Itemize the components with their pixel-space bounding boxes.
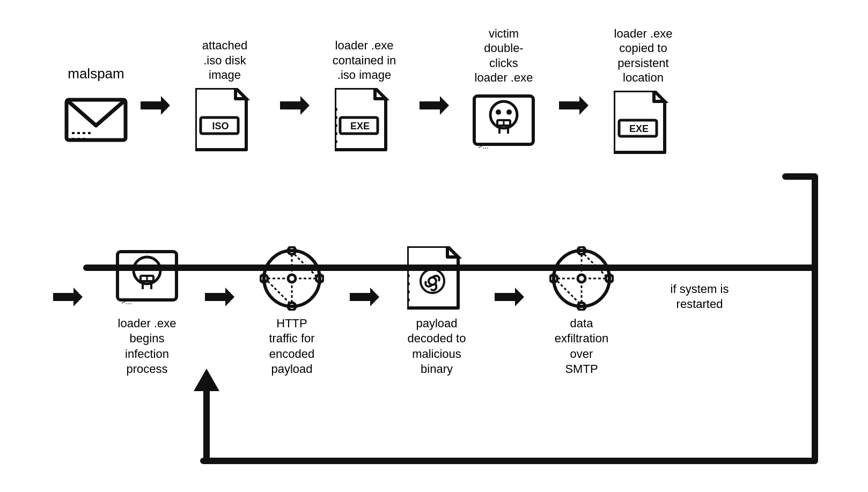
svg-point-69 [578,275,585,282]
svg-text:>...: >... [121,297,132,306]
step-payload-decoded-label: payloaddecoded tomaliciousbinary [408,311,466,377]
step-loader-begins-label: loader .exebeginsinfectionprocess [118,311,176,377]
svg-point-34 [139,265,144,270]
svg-text:EXE: EXE [629,123,649,134]
svg-marker-54 [350,288,379,306]
step-data-exfil-icon [549,246,614,311]
svg-marker-31 [53,288,83,306]
step-http-traffic-label: HTTPtraffic forencodedpayload [269,311,314,377]
svg-line-75 [557,281,579,303]
step-http-traffic-icon [260,246,324,311]
row2: >... loader .exebeginsinfectionprocess [53,246,751,377]
step-http-traffic: HTTPtraffic forencodedpayload [236,246,348,377]
step-malspam-icon [64,88,128,152]
arrow-4 [557,94,590,116]
step-iso-icon: ISO [193,88,257,152]
step-double-clicks: victimdouble-clicksloader .exe [450,26,557,155]
step-exe-contained-label: loader .execontained in.iso image [333,29,396,88]
step-persistent: loader .execopied topersistentlocation E… [590,26,697,155]
svg-text:>...: >... [478,142,489,150]
row2-entry-arrow [53,286,85,307]
step-malspam: malspam [53,29,139,152]
step-payload-decoded-icon [404,246,469,311]
svg-line-52 [295,254,316,276]
step-if-restart-label: if system isrestarted [671,282,729,312]
svg-point-47 [288,275,296,282]
svg-text:EXE: EXE [350,121,370,131]
arrow-6 [348,286,380,307]
step-iso: attached.iso diskimage ISO [171,29,278,152]
step-double-clicks-icon: >... [472,91,536,155]
svg-point-61 [407,290,410,293]
step-if-restart: if system isrestarted [649,282,751,312]
svg-point-64 [554,251,609,306]
step-loader-begins: >... loader .exebeginsinfectionprocess [91,246,203,377]
svg-point-12 [335,108,337,111]
step-double-clicks-label: victimdouble-clicksloader .exe [475,26,533,91]
svg-point-16 [335,140,337,143]
arrow-1 [139,94,171,116]
step-payload-decoded: payloaddecoded tomaliciousbinary [380,246,493,377]
svg-line-74 [584,254,606,276]
attack-flow-diagram: malspam attached.iso diskimage [37,16,831,477]
svg-marker-41 [205,288,234,306]
svg-point-62 [407,298,410,302]
row1: malspam attached.iso diskimage [53,26,697,155]
svg-point-20 [496,109,501,115]
svg-point-15 [335,132,337,135]
svg-point-42 [264,251,320,306]
step-persistent-label: loader .execopied topersistentlocation [614,26,673,91]
svg-point-59 [407,274,410,277]
step-loader-begins-icon: >... [115,246,179,311]
arrow-7 [493,286,525,307]
svg-line-53 [268,281,289,303]
step-data-exfil: dataexfiltrationoverSMTP [525,246,638,377]
svg-point-60 [407,282,410,285]
step-persistent-icon: EXE [611,91,675,155]
arrow-5 [203,286,236,307]
svg-point-35 [150,265,155,270]
arrow-3 [418,94,450,116]
svg-point-14 [335,124,337,127]
svg-marker-27 [559,96,589,115]
step-data-exfil-label: dataexfiltrationoverSMTP [555,311,608,377]
svg-marker-17 [420,96,449,115]
svg-text:ISO: ISO [212,121,229,131]
svg-marker-3 [141,96,170,115]
arrow-2 [278,94,311,116]
svg-point-57 [429,277,436,285]
step-exe-contained-icon: EXE [332,88,396,152]
step-exe-contained: loader .execontained in.iso image EXE [311,29,418,152]
svg-point-58 [407,266,410,269]
svg-marker-63 [495,288,524,306]
step-malspam-label: malspam [58,29,134,88]
svg-marker-7 [280,96,310,115]
svg-point-13 [335,116,337,119]
step-iso-label: attached.iso diskimage [202,29,247,88]
svg-point-21 [506,109,512,115]
